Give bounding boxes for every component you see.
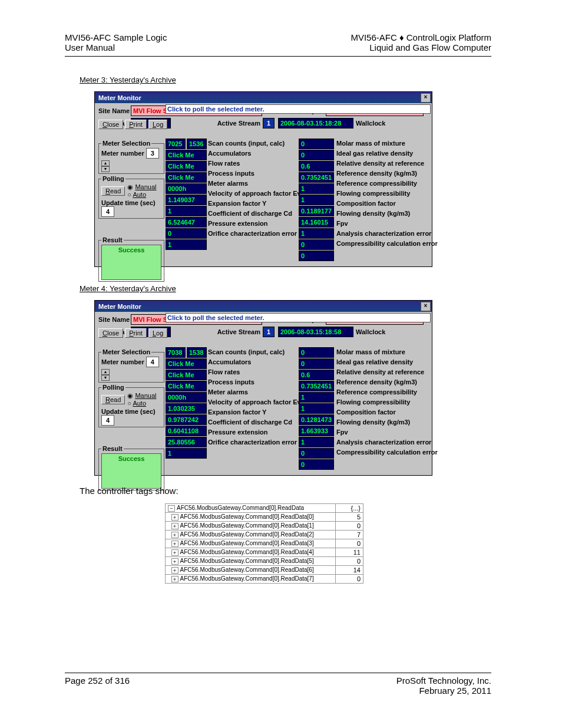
expand-icon[interactable]: + — [171, 541, 178, 547]
fpv-value[interactable]: 1 — [299, 228, 334, 239]
scan-calc-value[interactable]: 1538 — [187, 347, 207, 358]
table-row[interactable]: +AFC56.ModbusGateway.Command[0].ReadData… — [166, 566, 363, 575]
window-titlebar[interactable]: Meter Monitor × — [95, 92, 432, 103]
lbl-fpv: Fpv — [336, 219, 429, 228]
pressure-ext-value[interactable]: 25.80556 — [166, 437, 207, 447]
radio-manual[interactable]: ◉ Manual — [127, 392, 156, 400]
lbl-pressure-ext: Pressure extension — [208, 219, 302, 228]
meter-number-input[interactable]: 3 — [146, 148, 159, 159]
fpv-value[interactable]: 1 — [299, 437, 334, 447]
meter-number-label: Meter number — [101, 358, 144, 365]
analysis-error-value[interactable]: 0 — [299, 448, 334, 459]
accumulators-link[interactable]: Click Me — [166, 150, 207, 160]
table-row[interactable]: +AFC56.ModbusGateway.Command[0].ReadData… — [166, 513, 363, 522]
collapse-icon[interactable]: − — [168, 505, 175, 512]
expand-icon[interactable]: + — [171, 532, 178, 538]
molar-mass-value[interactable]: 0 — [299, 347, 334, 358]
flow-density-value[interactable]: 14.16015 — [299, 217, 334, 228]
pressure-ext-value[interactable]: 0 — [166, 228, 207, 239]
velocity-ev-value[interactable]: 1.030235 — [166, 403, 207, 414]
ideal-density-value[interactable]: 0 — [299, 358, 334, 369]
print-button[interactable]: Print — [125, 328, 147, 338]
compress-error-value[interactable]: 0 — [299, 459, 334, 470]
close-icon[interactable]: × — [421, 93, 431, 103]
ideal-density-value[interactable]: 0 — [299, 150, 334, 160]
scan-input-value[interactable]: 7038 — [166, 347, 186, 358]
ref-density-value[interactable]: 0.7352451 — [299, 381, 334, 391]
molar-mass-value[interactable]: 0 — [299, 139, 334, 149]
close-icon[interactable]: × — [421, 302, 431, 311]
lbl-velocity-ev: Velocity of approach factor Ev — [208, 189, 302, 198]
meter-number-input[interactable]: 4 — [146, 357, 159, 367]
scan-input-value[interactable]: 7025 — [166, 139, 186, 149]
meter-number-spinner[interactable]: ▲▼ — [101, 160, 110, 172]
meter-number-spinner[interactable]: ▲▼ — [101, 369, 110, 381]
expand-icon[interactable]: + — [171, 576, 178, 582]
expansion-y-value[interactable]: 0.9787242 — [166, 414, 207, 425]
analysis-error-value[interactable]: 0 — [299, 239, 334, 250]
orifice-error-value[interactable]: 1 — [166, 448, 207, 459]
table-row[interactable]: +AFC56.ModbusGateway.Command[0].ReadData… — [166, 539, 363, 548]
meter-alarms-value[interactable]: 0000h — [166, 392, 207, 403]
process-inputs-link[interactable]: Click Me — [166, 381, 207, 391]
rel-density-ref-value[interactable]: 0.6 — [299, 161, 334, 172]
table-row[interactable]: +AFC56.ModbusGateway.Command[0].ReadData… — [166, 557, 363, 566]
compress-error-value[interactable]: 0 — [299, 251, 334, 261]
spinner-down-icon[interactable]: ▼ — [101, 375, 110, 381]
expand-icon[interactable]: + — [171, 567, 178, 574]
expand-icon[interactable]: + — [171, 523, 178, 529]
spinner-up-icon[interactable]: ▲ — [101, 369, 110, 375]
discharge-cd-value[interactable]: 0.6041108 — [166, 426, 207, 436]
table-row[interactable]: +AFC56.ModbusGateway.Command[0].ReadData… — [166, 531, 363, 539]
comp-factor-value[interactable]: 0.1281473 — [299, 414, 334, 425]
table-row[interactable]: +AFC56.ModbusGateway.Command[0].ReadData… — [166, 522, 363, 531]
flow-density-value[interactable]: 1.663933 — [299, 426, 334, 436]
ref-compress-value[interactable]: 1 — [299, 392, 334, 403]
window-titlebar[interactable]: Meter Monitor × — [95, 301, 432, 312]
expand-icon[interactable]: + — [171, 514, 178, 521]
flowrates-link[interactable]: Click Me — [166, 370, 207, 380]
table-row[interactable]: +AFC56.ModbusGateway.Command[0].ReadData… — [166, 548, 363, 557]
expand-icon[interactable]: + — [171, 549, 178, 556]
spinner-down-icon[interactable]: ▼ — [101, 166, 110, 172]
table-row[interactable]: +AFC56.ModbusGateway.Command[0].ReadData… — [166, 575, 363, 584]
footer-left: Page 252 of 316 — [65, 676, 130, 686]
close-button[interactable]: Close — [98, 120, 123, 129]
ref-compress-value[interactable]: 1 — [299, 183, 334, 194]
expand-icon[interactable]: + — [171, 558, 178, 565]
update-time-label: Update time (sec) — [101, 408, 156, 415]
read-button[interactable]: Read — [101, 395, 125, 404]
radio-auto[interactable]: ○ Auto — [127, 400, 156, 407]
lbl-molar-mass: Molar mass of mixture — [336, 347, 429, 357]
discharge-cd-value[interactable]: 6.524647 — [166, 217, 207, 228]
print-button[interactable]: Print — [125, 120, 147, 129]
meter-alarms-value[interactable]: 0000h — [166, 183, 207, 194]
scan-calc-value[interactable]: 1536 — [187, 139, 207, 149]
rel-density-ref-value[interactable]: 0.6 — [299, 370, 334, 380]
radio-manual[interactable]: ◉ Manual — [127, 183, 156, 191]
flow-compress-value[interactable]: 1 — [299, 195, 334, 205]
spinner-up-icon[interactable]: ▲ — [101, 160, 110, 166]
log-button[interactable]: Log — [148, 328, 167, 338]
left-controls: Meter Selection Meter number 4 ▲▼ Pollin… — [98, 347, 164, 492]
accumulators-link[interactable]: Click Me — [166, 358, 207, 369]
result-legend: Result — [101, 236, 124, 243]
velocity-ev-value[interactable]: 1.149037 — [166, 195, 207, 205]
table-row[interactable]: −AFC56.ModbusGateway.Command[0].ReadData… — [166, 504, 363, 513]
update-time-input[interactable]: 4 — [101, 206, 114, 217]
close-button[interactable]: Close — [98, 328, 123, 338]
update-time-input[interactable]: 4 — [101, 415, 114, 426]
expansion-y-value[interactable]: 1 — [166, 206, 207, 216]
read-button[interactable]: Read — [101, 186, 125, 196]
flowrates-link[interactable]: Click Me — [166, 161, 207, 172]
comp-factor-value[interactable]: 0.1189177 — [299, 206, 334, 216]
log-button[interactable]: Log — [148, 120, 167, 129]
orifice-error-value[interactable]: 1 — [166, 239, 207, 250]
lbl-compress-error: Compressibility calculation error — [336, 447, 429, 457]
polling-legend: Polling — [101, 384, 125, 391]
ref-density-value[interactable]: 0.7352451 — [299, 172, 334, 183]
lbl-comp-factor: Composition factor — [336, 199, 429, 208]
radio-auto[interactable]: ○ Auto — [127, 191, 156, 198]
process-inputs-link[interactable]: Click Me — [166, 172, 207, 183]
flow-compress-value[interactable]: 1 — [299, 403, 334, 414]
